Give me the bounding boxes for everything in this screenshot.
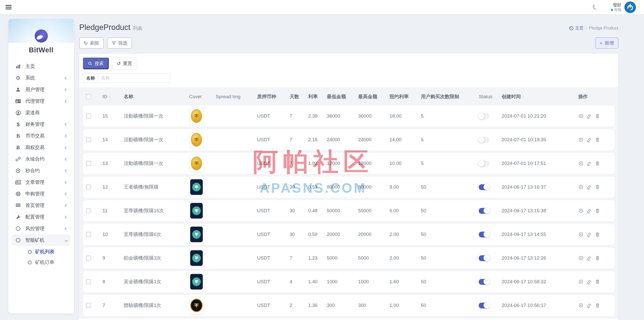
delete-icon[interactable] [595, 256, 600, 261]
column-header: 操作 [575, 90, 615, 103]
edit-icon[interactable] [587, 279, 592, 284]
status-toggle[interactable] [479, 208, 489, 214]
cell-created-at: 2024-06-17 13:15:38 [499, 200, 575, 221]
sidebar-subitem-1[interactable]: 矿机列表 [28, 246, 67, 257]
cover-image[interactable] [189, 107, 204, 125]
filter-button[interactable]: 筛选 [107, 38, 132, 49]
cell-min-amount: 12000 [324, 153, 355, 174]
cell-min-amount: 20000 [324, 224, 355, 245]
edit-icon[interactable] [587, 161, 592, 166]
cover-image[interactable] [189, 202, 204, 220]
view-icon[interactable] [578, 303, 583, 308]
circle-icon [15, 226, 21, 231]
create-button[interactable]: + 新增 [595, 38, 618, 49]
sidebar-item-10[interactable]: 秒合约 [12, 165, 70, 176]
view-icon[interactable] [578, 232, 583, 237]
cell-days: 7 [287, 153, 305, 174]
view-icon[interactable] [578, 256, 583, 261]
sidebar-item-9[interactable]: 永续合约 [12, 153, 70, 165]
edit-icon[interactable] [587, 256, 592, 261]
row-checkbox[interactable] [86, 114, 91, 119]
status-toggle[interactable] [479, 184, 489, 190]
cover-image[interactable] [189, 154, 204, 172]
cover-image[interactable] [189, 249, 204, 267]
sidebar-item-7[interactable]: B 币币交易 [12, 130, 70, 142]
name-filter-group: 名称 [83, 73, 170, 83]
delete-icon[interactable] [595, 114, 600, 119]
avatar[interactable] [624, 2, 636, 13]
row-checkbox[interactable] [86, 185, 91, 190]
sidebar-item-2[interactable]: ⚙ 系统 [12, 72, 70, 84]
sidebar-item-6[interactable]: $ 财务管理 [12, 119, 70, 130]
user-info[interactable]: 發財 在线 [611, 2, 621, 12]
select-all-checkbox[interactable] [86, 94, 91, 99]
delete-icon[interactable] [595, 208, 600, 213]
row-checkbox[interactable] [86, 161, 91, 166]
column-header[interactable]: ID↑ [100, 90, 121, 103]
search-button[interactable]: 搜索 [83, 58, 109, 69]
edit-icon[interactable] [587, 303, 592, 308]
row-checkbox[interactable] [86, 232, 91, 237]
sidebar-item-14[interactable]: 配置管理 [12, 211, 70, 223]
status-toggle[interactable] [479, 279, 489, 285]
status-toggle[interactable] [479, 232, 489, 237]
row-checkbox[interactable] [86, 208, 91, 213]
cover-image[interactable] [189, 273, 204, 291]
status-toggle[interactable] [479, 161, 489, 166]
edit-icon[interactable] [587, 232, 592, 237]
row-checkbox[interactable] [86, 303, 91, 308]
delete-icon[interactable] [595, 185, 600, 190]
view-icon[interactable] [578, 114, 583, 119]
sidebar-item-3[interactable]: 用户管理 [12, 84, 70, 95]
sidebar-item-8[interactable]: Ƀ 期权交易 [12, 142, 70, 153]
sidebar-item-5[interactable]: 渠道商 [12, 107, 70, 119]
view-icon[interactable] [578, 185, 583, 190]
sidebar-item-15[interactable]: 风控管理 [12, 223, 70, 234]
status-toggle[interactable] [479, 113, 489, 119]
cover-image[interactable] [189, 178, 204, 196]
view-icon[interactable] [578, 161, 583, 166]
delete-icon[interactable] [595, 279, 600, 284]
name-filter-input[interactable] [98, 74, 170, 83]
delete-icon[interactable] [595, 232, 600, 237]
delete-icon[interactable] [595, 161, 600, 166]
chevron-left-icon [65, 100, 68, 103]
row-checkbox[interactable] [86, 137, 91, 142]
sidebar-subitem-2[interactable]: 矿机订单 [28, 257, 67, 268]
row-checkbox[interactable] [86, 256, 91, 261]
cell-spread-img [213, 200, 254, 221]
delete-icon[interactable] [595, 137, 600, 142]
view-icon[interactable] [578, 137, 583, 142]
cover-image[interactable] [189, 131, 204, 149]
view-icon[interactable] [578, 208, 583, 213]
edit-icon[interactable] [587, 114, 592, 119]
menu-toggle-icon[interactable] [6, 4, 12, 10]
sidebar-item-13[interactable]: 首页管理 [12, 200, 70, 211]
cover-image[interactable] [189, 296, 204, 314]
column-header: 用户购买次数限制 [418, 90, 476, 103]
sidebar-item-12[interactable]: 申购管理 [12, 188, 70, 200]
column-header: Cover [186, 90, 213, 103]
row-checkbox[interactable] [86, 279, 91, 284]
view-icon[interactable] [578, 279, 583, 284]
sidebar-item-16[interactable]: 智能矿机 [12, 234, 70, 246]
sidebar-item-1[interactable]: 主页 [12, 61, 70, 72]
brand[interactable]: BitWell [8, 19, 74, 54]
breadcrumb-home-link[interactable]: 主页 [569, 25, 584, 31]
page-title: PledgeProduct列表 [79, 23, 142, 32]
column-header[interactable]: 创建时间↑ [499, 90, 575, 103]
edit-icon[interactable] [587, 137, 592, 142]
edit-icon[interactable] [587, 208, 592, 213]
edit-icon[interactable] [587, 185, 592, 190]
cell-breach-rate: 10.00 [386, 153, 418, 174]
delete-icon[interactable] [595, 303, 600, 308]
dark-mode-icon[interactable]: ☾ [591, 3, 599, 12]
sidebar-item-4[interactable]: 代理管理 [12, 95, 70, 107]
reset-button[interactable]: ↺ 重置 [112, 58, 137, 69]
cover-image[interactable] [189, 225, 204, 243]
status-toggle[interactable] [479, 255, 489, 261]
refresh-button[interactable]: ↻ 刷新 [79, 38, 104, 49]
sidebar-item-11[interactable]: 文章管理 [12, 176, 70, 188]
status-toggle[interactable] [479, 303, 489, 308]
status-toggle[interactable] [479, 137, 489, 143]
